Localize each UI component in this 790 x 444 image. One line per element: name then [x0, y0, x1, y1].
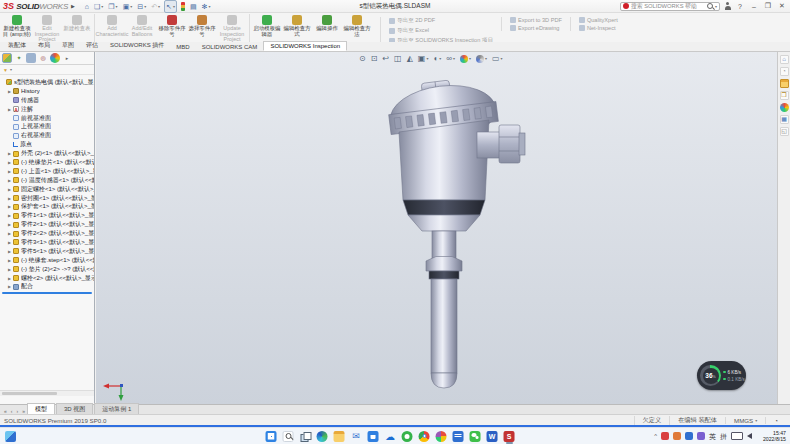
tree-horizontal-scrollbar[interactable] [0, 390, 94, 396]
ime-pinyin-indicator[interactable]: 拼 [720, 431, 727, 442]
rollback-bar[interactable] [2, 292, 92, 294]
widgets-button[interactable] [5, 431, 16, 442]
tray-app-red-icon[interactable] [661, 431, 669, 442]
tray-app-orange-icon[interactable] [673, 431, 681, 442]
tab-mbd[interactable]: MBD [170, 43, 195, 51]
tree-item[interactable]: ▶配合 [0, 282, 94, 291]
tree-item[interactable]: ▶零件1<1> (默认<<默认>_显示状态 [0, 211, 94, 220]
minimize-button[interactable]: – [749, 3, 759, 10]
edit-operation-button[interactable]: 编辑操作 [312, 14, 342, 43]
tree-item[interactable]: ▶零件5<1> (默认<<默认>_显示状 [0, 247, 94, 256]
speed-ball-widget[interactable]: 36% 6 KB/s 0.1 KB/s [697, 361, 746, 390]
close-button[interactable]: ✕ [777, 2, 787, 10]
tab-inspection[interactable]: SOLIDWORKS Inspection [263, 41, 347, 51]
options-button[interactable]: ✻▾ [201, 1, 212, 12]
design-library-icon[interactable]: ◔ [780, 67, 789, 76]
chrome-browser-icon[interactable] [419, 431, 430, 442]
tab-addins[interactable]: SOLIDWORKS 插件 [104, 40, 170, 51]
touch-keyboard-icon[interactable] [731, 431, 743, 442]
edit-inspection-project-button[interactable]: Edit Inspection Project [32, 14, 62, 43]
export-edrawing-button[interactable]: Export eDrawing [510, 25, 562, 31]
tree-item[interactable]: ▶固定螺栓<1> (默认<<默认>_显示 [0, 185, 94, 194]
start-button[interactable] [266, 431, 277, 442]
create-inspection-project-button[interactable]: 新建检查项目 (amp;特) [2, 14, 32, 43]
featuremanager-tab[interactable] [2, 53, 12, 63]
export-excel-button[interactable]: 导出至 Excel [389, 27, 493, 35]
tree-item[interactable]: ▶密封圈<1> (默认<<默认>_显示状 [0, 194, 94, 203]
filter-funnel-icon[interactable]: ▼ [3, 67, 8, 73]
mail-app-icon[interactable]: ✉ [351, 431, 362, 442]
configurationmanager-tab[interactable] [26, 53, 36, 63]
browser-360-icon[interactable] [402, 431, 413, 442]
restore-button[interactable]: ❐ [763, 2, 773, 10]
tab-sketch[interactable]: 草图 [56, 40, 80, 51]
3d-model-thermocouple[interactable] [96, 52, 777, 404]
new-inspection-sheet-button[interactable]: 新建检查表 [62, 14, 95, 43]
view-palette-icon[interactable]: ❒ [780, 91, 789, 100]
launch-template-editor-button[interactable]: 启动模板编辑器 [252, 14, 282, 43]
sign-in-icon[interactable] [724, 2, 731, 10]
home-button[interactable]: ⌂ [84, 1, 90, 12]
word-app-icon[interactable]: W [487, 431, 498, 442]
tree-item[interactable]: ▶螺栓<2> (默认<<默认>_显示状态 [0, 274, 94, 283]
help-search-input[interactable]: 搜索 SOLIDWORKS 帮助 ▾ [620, 2, 720, 11]
filter-dropdown-icon[interactable]: ▾ [10, 67, 12, 72]
export-3d-pdf-button[interactable]: Export to 3D PDF [510, 17, 562, 23]
hidden-icons-chevron[interactable]: ^ [654, 431, 657, 442]
store-app-icon[interactable] [368, 431, 379, 442]
panel-tabs-more[interactable]: ▸ [62, 53, 72, 63]
file-properties-button[interactable]: ▤ [189, 1, 198, 12]
wechat-icon[interactable] [470, 431, 481, 442]
new-file-button[interactable]: ❏▾ [93, 1, 104, 12]
save-button[interactable]: ▣▾ [122, 1, 134, 12]
solidworks-app-icon[interactable]: S [504, 431, 515, 442]
unit-system-selector[interactable]: MMGS▾ [725, 417, 765, 424]
model-tab[interactable]: 模型 [27, 403, 55, 414]
search-dropdown-icon[interactable]: ▾ [715, 4, 717, 9]
open-file-button[interactable]: ❐▾ [107, 1, 118, 12]
tag-icon[interactable]: ◔ [765, 417, 786, 424]
add-characteristic-button[interactable]: Add Characteristic [97, 14, 127, 43]
tray-defender-icon[interactable] [685, 431, 693, 442]
scrollbar-thumb[interactable] [2, 392, 57, 395]
pane-expand-icon[interactable]: ◱ [780, 127, 789, 136]
motion-study-tab[interactable]: 运动算例 1 [94, 403, 139, 414]
undo-button[interactable]: ↶▾ [150, 1, 161, 12]
update-inspection-project-button[interactable]: Update Inspection Project [217, 14, 250, 43]
propertymanager-tab[interactable]: ✦ [14, 53, 24, 63]
tab-assembly[interactable]: 装配体 [2, 40, 32, 51]
edit-inspection-method2-button[interactable]: 编辑检查方法 [342, 14, 372, 43]
solidworks-resources-icon[interactable]: ⌂ [780, 55, 789, 64]
tree-item[interactable]: ▶保护套<1> (默认<<默认>_显示状 [0, 202, 94, 211]
taskbar-search-button[interactable] [283, 431, 294, 442]
tree-item[interactable]: 前视基准面 [0, 114, 94, 123]
taskbar-clock[interactable]: 15:47 2022/8/15 [763, 430, 786, 442]
custom-properties-icon[interactable]: ▦ [780, 115, 789, 124]
tree-item[interactable]: ▶(-) 绝缘垫片<1> (默认<<默认>_显 [0, 158, 94, 167]
tree-item[interactable]: 上视基准面 [0, 122, 94, 131]
ime-language-indicator[interactable]: 英 [709, 431, 716, 442]
tree-item[interactable]: 原点 [0, 140, 94, 149]
tree-item[interactable]: 传感器 [0, 96, 94, 105]
dimxpertmanager-tab[interactable]: ◎ [38, 53, 48, 63]
volume-icon[interactable] [747, 431, 752, 442]
tree-item[interactable]: ▶(-) 垫片 (2)<2> ->? (默认<<默认 [0, 265, 94, 274]
tree-item[interactable]: s型铠装热电偶 (默认<默认_显示状态-1 [0, 78, 94, 87]
tree-item[interactable]: ▶零件2<2> (默认<<默认>_显示状 [0, 229, 94, 238]
tree-item[interactable]: ▶外壳 (2)<1> (默认<<默认>_显示状 [0, 149, 94, 158]
tree-item[interactable]: ▶(-) 上盖<1> (默认<<默认>_显示状 [0, 167, 94, 176]
graphics-viewport[interactable]: ⊙⊡↩◫◭▣▾◐▾∞▾▾▾▭▾ [96, 52, 777, 404]
print-button[interactable]: ⊟▾ [136, 1, 147, 12]
onedrive-icon[interactable]: ☁ [385, 431, 396, 442]
edit-inspection-method-button[interactable]: 编辑检查方式 [282, 14, 312, 43]
3d-views-tab[interactable]: 3D 视图 [56, 403, 93, 414]
net-inspect-button[interactable]: Net-Inspect [579, 25, 618, 31]
select-balloons-button[interactable]: 选择零件序号 [187, 14, 217, 43]
tree-item[interactable]: ▶A注解 [0, 105, 94, 114]
tab-layout[interactable]: 布局 [32, 40, 56, 51]
tab-cam[interactable]: SOLIDWORKS CAM [196, 43, 264, 51]
menu-flyout-arrow[interactable]: ▶ [71, 3, 75, 9]
edge-browser-icon[interactable] [317, 431, 328, 442]
notebook-app-icon[interactable] [453, 431, 464, 442]
tree-item[interactable]: ▶零件3<1> (默认<<默认>_显示状 [0, 238, 94, 247]
